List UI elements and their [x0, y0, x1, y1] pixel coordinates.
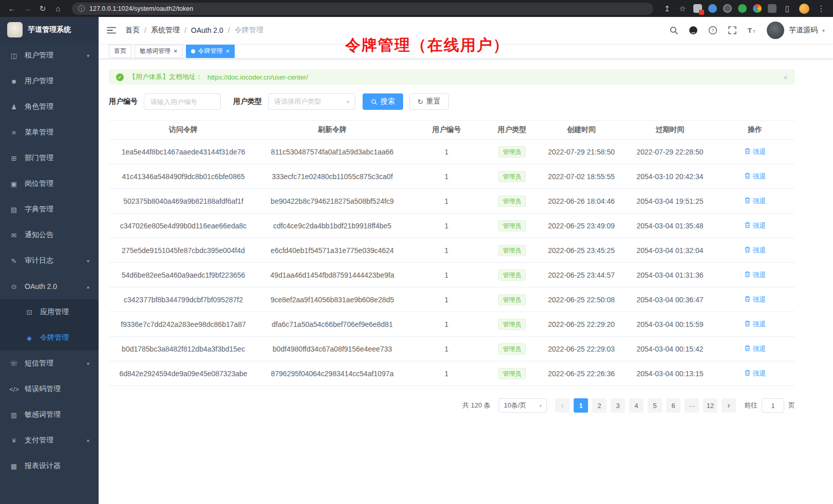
pagination-prev-button[interactable]: ‹ — [555, 398, 570, 413]
tab-home[interactable]: 首页 — [109, 45, 131, 58]
extension-icon[interactable] — [723, 4, 732, 13]
sidebar-item-token[interactable]: ◈令牌管理 — [0, 325, 99, 351]
search-button[interactable]: 搜索 — [363, 93, 403, 110]
force-logout-button[interactable]: 强退 — [744, 320, 766, 329]
sidebar-item-label: 菜单管理 — [25, 128, 53, 137]
pagination-page-5[interactable]: 5 — [648, 398, 662, 413]
extension-icon[interactable] — [768, 4, 777, 13]
font-size-icon[interactable]: TT — [747, 26, 756, 35]
extension-icon[interactable] — [753, 4, 762, 13]
tab-label: 令牌管理 — [198, 47, 223, 55]
sidebar-item-audit-log[interactable]: ✎审计日志▾ — [0, 248, 99, 274]
site-info-icon[interactable]: i — [78, 5, 85, 12]
extension-icon[interactable] — [693, 4, 702, 13]
delete-icon — [744, 296, 751, 304]
back-icon[interactable]: ← — [5, 2, 18, 15]
pagination-next-button[interactable]: › — [722, 398, 736, 413]
tab-close-icon[interactable]: × — [174, 48, 178, 54]
force-logout-label: 强退 — [753, 295, 766, 304]
application-icon: ⊡ — [25, 308, 34, 316]
pagination-page-6[interactable]: 6 — [666, 398, 680, 413]
sidebar-item-post[interactable]: ▣岗位管理 — [0, 171, 99, 197]
payment-icon: ¥ — [9, 437, 18, 444]
sidebar-item-oauth[interactable]: ⊙OAuth 2.0▴ — [0, 274, 99, 299]
force-logout-button[interactable]: 强退 — [744, 270, 766, 280]
chevron-down-icon: ▾ — [87, 438, 89, 443]
github-icon[interactable] — [689, 26, 698, 35]
forward-icon[interactable]: → — [21, 2, 34, 15]
share-icon[interactable]: ↥ — [660, 2, 674, 15]
search-icon[interactable] — [669, 26, 678, 35]
force-logout-button[interactable]: 强退 — [744, 147, 766, 157]
reset-button[interactable]: ↻ 重置 — [409, 93, 449, 110]
force-logout-button[interactable]: 强退 — [744, 197, 766, 206]
cell-actions: 强退 — [715, 214, 795, 238]
user-type-select[interactable]: 请选择用户类型 ▾ — [268, 93, 355, 110]
home-icon[interactable]: ⌂ — [51, 2, 65, 15]
tenant-icon: ◫ — [9, 52, 18, 60]
user-id-input[interactable] — [144, 93, 221, 110]
sidebar-item-notice[interactable]: ✉通知公告 — [0, 222, 99, 248]
force-logout-button[interactable]: 强退 — [744, 172, 766, 181]
sidebar-item-label: 字典管理 — [25, 205, 53, 214]
breadcrumb-item[interactable]: 首页 — [125, 26, 140, 35]
force-logout-button[interactable]: 强退 — [744, 221, 766, 230]
pagination-page-4[interactable]: 4 — [629, 398, 643, 413]
bookmark-star-icon[interactable]: ☆ — [676, 2, 689, 15]
column-header: 用户编号 — [407, 121, 486, 140]
sidebar-item-sms[interactable]: ☏短信管理▾ — [0, 351, 99, 376]
cell-user-type: 管理员 — [486, 337, 538, 361]
sidebar-item-role[interactable]: ♟角色管理 — [0, 94, 99, 120]
force-logout-button[interactable]: 强退 — [744, 246, 766, 255]
sidebar-item-report[interactable]: ▦报表设计器 — [0, 453, 99, 479]
user-type-badge: 管理员 — [498, 146, 526, 158]
user-menu[interactable]: 芋道源码 ▾ — [767, 22, 825, 39]
tab-sensitive-word[interactable]: 敏感词管理× — [135, 45, 183, 58]
hamburger-icon[interactable] — [107, 26, 116, 35]
sidebar-item-label: 通知公告 — [25, 230, 53, 240]
cell-access-token: 54d6be82ee5a460a9aedc1f9bf223656 — [109, 263, 258, 287]
user-type-badge: 管理员 — [498, 319, 526, 330]
page-size-select[interactable]: 10条/页 ▾ — [499, 398, 547, 413]
extension-icon[interactable] — [738, 4, 747, 13]
pagination-page-12[interactable]: 12 — [703, 398, 717, 413]
sidebar-item-sensitive-word[interactable]: ▥敏感词管理 — [0, 402, 99, 428]
extension-icon[interactable] — [708, 4, 717, 13]
sms-icon: ☏ — [9, 360, 18, 367]
sidebar-item-tenant[interactable]: ◫租户管理▾ — [0, 43, 99, 68]
browser-menu-icon[interactable]: ⋮ — [815, 2, 828, 15]
alert-close-icon[interactable]: × — [783, 73, 788, 82]
sidebar-item-app[interactable]: ⊡应用管理 — [0, 299, 99, 325]
sidebar-item-error-code[interactable]: </>错误码管理 — [0, 376, 99, 402]
address-bar[interactable]: i 127.0.0.1:1024/system/oauth2/token — [72, 3, 653, 15]
cell-access-token: c347026e805e4d99b0d116eae66eda8c — [109, 214, 258, 238]
fullscreen-icon[interactable] — [728, 26, 737, 35]
cell-refresh-token: dfa6c71a50a54c66bef706ef9e6e8d81 — [258, 312, 407, 337]
help-icon[interactable]: ? — [708, 26, 717, 35]
reload-icon[interactable]: ↻ — [36, 2, 49, 15]
force-logout-button[interactable]: 强退 — [744, 295, 766, 304]
side-panel-icon[interactable]: ▯ — [781, 2, 794, 15]
pagination-more-button[interactable]: ··· — [685, 398, 699, 413]
browser-profile-avatar[interactable] — [799, 4, 809, 14]
goto-page-input[interactable] — [762, 398, 784, 413]
pagination-page-1[interactable]: 1 — [574, 398, 588, 413]
sidebar-item-label: 报表设计器 — [25, 461, 61, 471]
tab-close-icon[interactable]: × — [226, 48, 230, 54]
breadcrumb-item[interactable]: 系统管理 — [151, 26, 180, 35]
sidebar-item-dept[interactable]: ⊞部门管理 — [0, 145, 99, 171]
sidebar-item-pay[interactable]: ¥支付管理▾ — [0, 428, 99, 453]
pagination-page-3[interactable]: 3 — [611, 398, 625, 413]
tab-token[interactable]: 令牌管理× — [186, 45, 235, 58]
sidebar-item-menu[interactable]: ≡菜单管理 — [0, 120, 99, 145]
force-logout-button[interactable]: 强退 — [744, 369, 766, 378]
cell-user-id: 1 — [407, 238, 486, 263]
app-logo[interactable]: 芋道管理系统 — [0, 17, 99, 43]
breadcrumb-item[interactable]: OAuth 2.0 — [191, 26, 223, 34]
force-logout-button[interactable]: 强退 — [744, 344, 766, 354]
pagination-page-2[interactable]: 2 — [592, 398, 607, 413]
sidebar-item-dict[interactable]: ▤字典管理 — [0, 197, 99, 222]
sidebar-item-user[interactable]: ☻用户管理 — [0, 68, 99, 94]
cell-access-token: b0d1785bc3a8482f812db4a3f3bd15ec — [109, 337, 258, 361]
doc-link[interactable]: https://doc.iocoder.cn/user-center/ — [207, 73, 308, 81]
